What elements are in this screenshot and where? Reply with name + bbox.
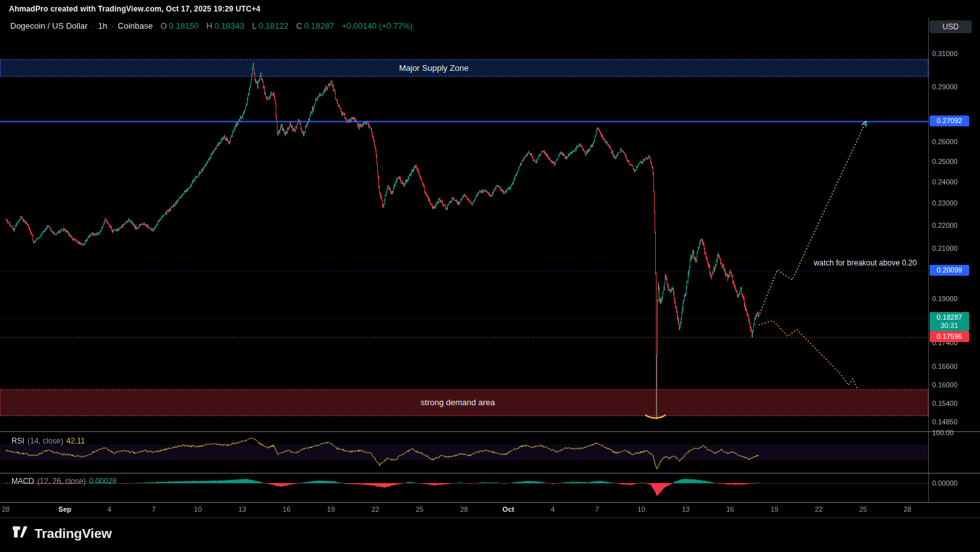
macd-pane-separator[interactable] xyxy=(0,473,980,474)
low-label: L xyxy=(252,21,256,31)
x-axis-tick: 4 xyxy=(541,505,564,513)
y-axis-tick: 0.15400 xyxy=(932,399,958,408)
x-axis-tick: 25 xyxy=(852,505,875,513)
low-value: 0.18122 xyxy=(258,21,288,31)
rsi-pane-separator[interactable] xyxy=(0,431,980,432)
x-axis-tick: 19 xyxy=(320,505,343,513)
x-axis-tick: 22 xyxy=(364,505,387,513)
macd-legend[interactable]: MACD (12, 26, close) 0.00028 xyxy=(11,477,117,486)
symbol-legend[interactable]: Dogecoin / US Dollar · 1h · Coinbase O 0… xyxy=(10,21,413,31)
price-chart-canvas[interactable] xyxy=(0,0,980,552)
y-axis-tick: 0.31000 xyxy=(932,49,958,58)
tradingview-chart-page: Major Supply Zone strong demand area Ahm… xyxy=(0,0,980,552)
interval-label: 1h xyxy=(98,21,107,31)
x-axis-tick: 4 xyxy=(98,505,121,513)
x-axis-tick: 16 xyxy=(275,505,298,513)
close-label: C xyxy=(296,21,302,31)
rsi-value: 42.11 xyxy=(66,436,85,445)
y-axis-tick: 0.16600 xyxy=(932,362,958,371)
indicator-axis-label: 100.00 xyxy=(932,428,954,437)
x-axis-tick: Oct xyxy=(497,505,520,513)
y-axis-tick: 0.14850 xyxy=(932,417,958,426)
x-axis-tick: 22 xyxy=(807,505,830,513)
rsi-legend[interactable]: RSI (14, close) 42.11 xyxy=(11,436,85,445)
y-axis-tick: 0.19000 xyxy=(932,294,958,303)
x-axis-tick: 10 xyxy=(630,505,653,513)
x-axis-tick: 7 xyxy=(586,505,609,513)
x-axis-tick: 13 xyxy=(231,505,254,513)
x-axis-tick: 13 xyxy=(674,505,697,513)
legend-separator: · xyxy=(91,21,94,31)
y-axis-tick: 0.22000 xyxy=(932,221,958,230)
macd-params: (12, 26, close) xyxy=(37,477,85,486)
high-value: 0.18343 xyxy=(214,21,244,31)
x-axis-tick: 28 xyxy=(0,505,17,513)
y-axis-tick: 0.21000 xyxy=(932,244,958,253)
x-axis-tick: 16 xyxy=(718,505,741,513)
x-axis-tick: 10 xyxy=(186,505,209,513)
x-axis-tick: 28 xyxy=(452,505,475,513)
rsi-title: RSI xyxy=(11,436,24,445)
y-axis-tick: 0.23000 xyxy=(932,198,958,207)
currency-usd-button[interactable]: USD xyxy=(930,20,972,33)
y-axis-tick: 0.29000 xyxy=(932,82,958,91)
x-axis-tick: 7 xyxy=(142,505,165,513)
price-axis-label: 0.20099 xyxy=(930,265,969,276)
high-label: H xyxy=(207,21,212,31)
breakout-note-drawing[interactable]: watch for breakout above 0.20 xyxy=(814,258,917,267)
y-axis-tick: 0.26000 xyxy=(932,137,958,146)
price-axis-label: 0.27092 xyxy=(930,116,969,126)
macd-title: MACD xyxy=(11,477,34,486)
close-value: 0.18287 xyxy=(304,21,334,31)
y-axis-tick: 0.24000 xyxy=(932,177,958,186)
rsi-params: (14, close) xyxy=(27,436,63,445)
attribution-text: AhmadPro created with TradingView.com, O… xyxy=(9,4,260,13)
y-axis-tick: 0.25000 xyxy=(932,157,958,166)
price-axis-label: 0.1828730:31 xyxy=(930,312,969,331)
footer-separator xyxy=(0,518,980,518)
x-axis-tick: 19 xyxy=(763,505,786,513)
macd-value: 0.00028 xyxy=(89,477,116,486)
tradingview-logo-icon xyxy=(11,523,29,543)
price-axis-label: 0.17596 xyxy=(930,331,969,342)
x-axis-tick: Sep xyxy=(54,505,77,513)
change-value: +0.00140 (+0.77%) xyxy=(342,21,413,31)
exchange-label: Coinbase xyxy=(118,21,153,31)
tradingview-wordmark: TradingView xyxy=(34,526,112,541)
open-label: O xyxy=(160,21,167,31)
symbol-title: Dogecoin / US Dollar xyxy=(10,21,87,31)
tradingview-logo-link[interactable]: TradingView xyxy=(11,523,112,543)
x-axis-tick: 28 xyxy=(896,505,919,513)
legend-separator: · xyxy=(111,21,114,31)
x-axis-tick: 25 xyxy=(408,505,431,513)
open-value: 0.18150 xyxy=(169,21,199,31)
y-axis-tick: 0.16000 xyxy=(932,380,958,389)
indicator-axis-label: 0.00000 xyxy=(932,479,958,488)
